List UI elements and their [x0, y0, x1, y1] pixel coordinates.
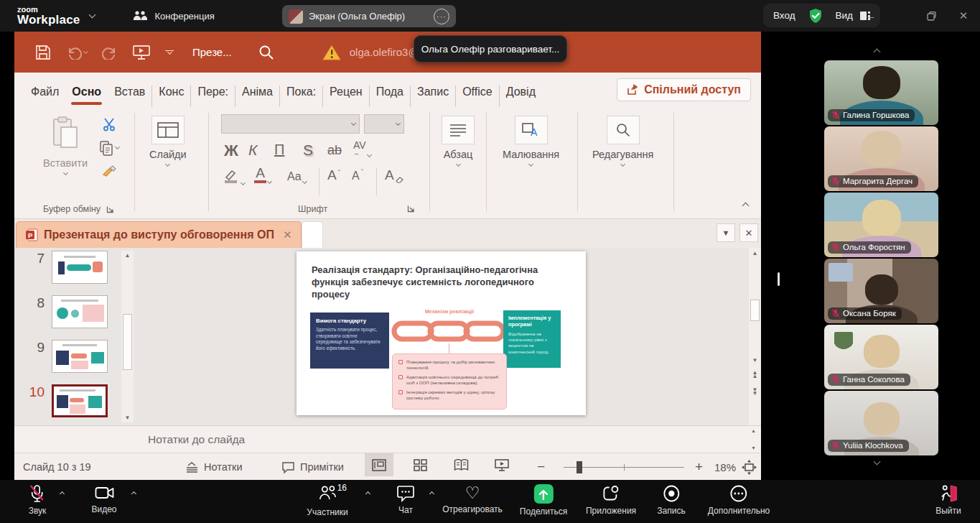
- notes-scroll-buttons[interactable]: ▲▼: [748, 428, 759, 450]
- tab-review[interactable]: Рецен: [323, 85, 370, 107]
- sign-in-button[interactable]: Вход: [773, 10, 795, 21]
- tab-help[interactable]: Довід: [500, 85, 542, 107]
- security-shield-icon[interactable]: [807, 7, 824, 24]
- document-tab[interactable]: P Презентаця до виступу обговорення ОП ✕: [16, 221, 302, 248]
- paste-button[interactable]: Вставити: [43, 116, 88, 175]
- tab-home[interactable]: Осно: [65, 85, 108, 107]
- character-spacing-button[interactable]: AV↔: [353, 140, 371, 157]
- change-case-button[interactable]: Aa: [287, 170, 307, 183]
- audio-options-icon[interactable]: [60, 491, 65, 496]
- tab-file[interactable]: Файл: [24, 85, 65, 107]
- tab-design[interactable]: Конс: [152, 85, 191, 107]
- font-size-select[interactable]: [364, 114, 404, 134]
- share-screen-button[interactable]: Поделиться: [520, 484, 567, 517]
- more-options-icon[interactable]: ···: [434, 9, 449, 24]
- participants-options-icon[interactable]: [365, 491, 370, 496]
- zoom-out-button[interactable]: −: [537, 453, 545, 480]
- sidebar-resize-handle[interactable]: [778, 272, 780, 286]
- close-button[interactable]: ✕: [947, 0, 980, 32]
- bold-button[interactable]: Ж: [224, 142, 238, 160]
- video-tile[interactable]: Ольга Форостян: [824, 193, 938, 257]
- new-slide-button[interactable]: Слайди: [149, 116, 187, 166]
- scroll-up-icon[interactable]: ▲: [749, 250, 761, 256]
- close-document-button[interactable]: ✕: [739, 223, 758, 242]
- zoom-slider-thumb[interactable]: [577, 461, 582, 473]
- collapse-ribbon-icon[interactable]: [742, 203, 750, 210]
- warning-icon[interactable]: [322, 45, 341, 60]
- editor-scrollbar[interactable]: ▲ ▼ ▲▲ ▼▼: [749, 248, 761, 425]
- drawing-button[interactable]: A Малювання: [503, 116, 559, 166]
- italic-button[interactable]: К: [248, 142, 257, 159]
- slide-canvas[interactable]: Реалізація стандарту: Організаційно-педа…: [297, 251, 586, 415]
- slideshow-view-button[interactable]: [487, 453, 516, 476]
- format-painter-icon[interactable]: [101, 165, 117, 179]
- video-button[interactable]: Видео: [91, 484, 116, 514]
- slide-sorter-view-button[interactable]: [406, 453, 434, 476]
- search-icon[interactable]: [258, 44, 275, 61]
- video-tile[interactable]: Yuliia Klochkova: [824, 391, 938, 455]
- zoom-level[interactable]: 18%: [714, 453, 736, 480]
- dialog-launcher-icon[interactable]: [106, 205, 114, 213]
- tab-insert[interactable]: Встав: [108, 85, 152, 107]
- qat-overflow-icon[interactable]: [165, 50, 174, 55]
- video-tile[interactable]: Оксана Боряк: [824, 259, 938, 323]
- thumbnail-slide-8[interactable]: 8: [14, 295, 108, 328]
- scroll-down-icon[interactable]: ▼: [125, 415, 131, 421]
- video-tile[interactable]: Ганна Соколова: [824, 325, 938, 389]
- chat-options-icon[interactable]: [429, 491, 434, 496]
- reading-view-button[interactable]: [447, 453, 475, 476]
- notes-toggle-button[interactable]: Нотатки: [185, 453, 243, 480]
- next-slide-button[interactable]: ▼▼: [749, 389, 761, 396]
- slides-dropdown-icon[interactable]: [165, 162, 170, 167]
- video-tile[interactable]: Галина Горшкова: [824, 60, 938, 125]
- paragraph-button[interactable]: Абзац: [442, 116, 475, 166]
- share-access-button[interactable]: Спільний доступ: [617, 78, 751, 101]
- tab-view[interactable]: Пода: [370, 85, 411, 107]
- thumbnail-scrollbar[interactable]: ▲ ▼: [121, 251, 134, 422]
- cut-icon[interactable]: [102, 117, 116, 131]
- apps-button[interactable]: Приложения: [586, 484, 636, 516]
- gallery-scroll-up-icon[interactable]: [874, 49, 881, 56]
- audio-button[interactable]: Звук: [29, 484, 47, 516]
- clear-formatting-button[interactable]: А: [385, 167, 404, 183]
- decrease-font-button[interactable]: Аˇ: [352, 169, 363, 182]
- scroll-down-icon[interactable]: ▼: [749, 357, 761, 364]
- undo-icon[interactable]: [66, 45, 82, 60]
- strikethrough-button[interactable]: ab: [327, 143, 342, 158]
- minimize-button[interactable]: –: [854, 0, 887, 32]
- react-button[interactable]: ♡ Отреагировать: [442, 484, 503, 514]
- thumbnail-slide-10-selected[interactable]: 10: [14, 384, 108, 417]
- video-tile[interactable]: Маргарита Дергач: [824, 126, 938, 191]
- video-options-icon[interactable]: [131, 491, 136, 496]
- tab-slideshow[interactable]: Пока:: [280, 85, 323, 107]
- text-shadow-button[interactable]: S: [303, 142, 313, 159]
- zoom-in-button[interactable]: +: [695, 453, 703, 480]
- slideshow-icon[interactable]: [132, 44, 151, 61]
- notes-pane[interactable]: Нотатки до слайда ▲▼: [14, 425, 761, 453]
- save-icon[interactable]: [34, 44, 52, 61]
- chat-button[interactable]: Чат: [396, 484, 415, 515]
- participants-button[interactable]: 16 Участники: [307, 484, 347, 517]
- leave-button[interactable]: Выйти: [935, 484, 961, 516]
- undo-dropdown-icon[interactable]: [83, 48, 88, 53]
- font-dialog-launcher-icon[interactable]: [407, 205, 415, 213]
- increase-font-button[interactable]: Аˆ: [327, 167, 340, 183]
- tab-conference[interactable]: Конференция: [132, 9, 214, 22]
- thumbnail-slide-9[interactable]: 9: [14, 340, 108, 373]
- more-button[interactable]: Дополнительно: [708, 484, 770, 516]
- highlight-button[interactable]: [223, 169, 245, 185]
- document-tab-close-icon[interactable]: ✕: [283, 228, 292, 241]
- gallery-scroll-down-icon[interactable]: [874, 458, 881, 466]
- comments-button[interactable]: Примітки: [281, 453, 344, 480]
- previous-slide-button[interactable]: ▲▲: [749, 371, 761, 379]
- scroll-up-icon[interactable]: ▲: [125, 252, 131, 259]
- normal-view-button[interactable]: [365, 453, 393, 476]
- fit-to-window-button[interactable]: [742, 453, 757, 480]
- restore-button[interactable]: [915, 0, 948, 32]
- copy-dropdown-icon[interactable]: [115, 144, 120, 149]
- tab-office[interactable]: Office: [456, 85, 500, 107]
- tab-record[interactable]: Запис: [411, 85, 456, 107]
- font-name-select[interactable]: [221, 114, 360, 134]
- scrollbar-thumb[interactable]: [750, 300, 760, 321]
- editing-button[interactable]: Редагування: [592, 116, 653, 166]
